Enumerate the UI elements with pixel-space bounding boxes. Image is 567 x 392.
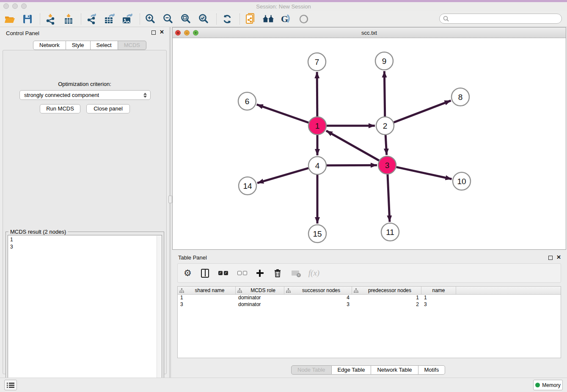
list-icon [7, 382, 14, 388]
graph-node-label: 11 [386, 228, 394, 237]
graph-edge-4-3[interactable] [327, 165, 377, 166]
column-header-label: successor nodes [292, 287, 350, 293]
graph-edge-1-6[interactable] [257, 105, 309, 123]
panel-splitter[interactable] [169, 27, 171, 378]
toolbar-separator [239, 14, 240, 25]
float-table-panel-icon[interactable] [548, 256, 553, 260]
session-title: Session: New Session [0, 3, 567, 10]
graph-edge-2-8[interactable] [394, 101, 451, 123]
network-window-titlebar[interactable]: ✕ − + scc.txt [173, 28, 566, 38]
zoom-in-icon[interactable] [144, 13, 157, 25]
graph-edge-2-3[interactable] [385, 135, 387, 155]
column-header-shared-name[interactable]: shared name [178, 287, 236, 294]
hierarchy-icon [354, 288, 358, 293]
tab-network-table[interactable]: Network Table [371, 365, 418, 375]
zoom-fit-icon[interactable] [180, 13, 193, 25]
table-row[interactable]: 3dominator323 [178, 301, 561, 308]
table-toolbar: ⚙ ✓✓ f(x) [177, 263, 561, 283]
column-header-label: shared name [186, 287, 234, 293]
g-badge-icon[interactable]: G [280, 13, 292, 25]
mcds-result-item[interactable]: 1 [10, 236, 160, 243]
column-header-predecessor-nodes[interactable]: predecessor nodes [352, 287, 421, 294]
table-body: 1dominator4113dominator323 [178, 295, 561, 308]
column-header-successor-nodes[interactable]: successor nodes [284, 287, 352, 294]
table-cell[interactable]: 1 [352, 295, 421, 301]
visibility-icon[interactable] [297, 13, 310, 25]
select-columns-icon[interactable] [201, 269, 209, 278]
node-table[interactable]: shared nameMCDS rolesuccessor nodesprede… [177, 286, 561, 358]
tab-style[interactable]: Style [66, 41, 91, 50]
column-header-label: MCDS role [244, 287, 282, 293]
tab-network[interactable]: Network [33, 41, 66, 50]
table-panel: Table Panel ✕ ⚙ ✓✓ f(x) shared nameMCDS … [172, 252, 566, 377]
graph-node-label: 6 [245, 97, 250, 106]
run-mcds-button[interactable]: Run MCDS [40, 104, 80, 113]
table-panel-title: Table Panel [178, 254, 207, 261]
graph-edge-3-1[interactable] [326, 131, 379, 160]
graph-edge-3-11[interactable] [388, 174, 390, 222]
network-graph[interactable]: 7968124314101511 [173, 38, 566, 249]
delete-column-icon[interactable] [273, 268, 282, 278]
export-image-icon[interactable] [121, 13, 134, 25]
table-cell[interactable]: dominator [236, 295, 284, 301]
tab-node-table[interactable]: Node Table [291, 365, 332, 375]
graph-edge-3-10[interactable] [396, 167, 452, 179]
table-cell[interactable]: 3 [178, 301, 236, 308]
table-row[interactable]: 1dominator411 [178, 295, 561, 301]
float-panel-icon[interactable] [151, 30, 156, 35]
tab-select[interactable]: Select [91, 41, 118, 50]
deselect-all-rows-icon[interactable] [237, 271, 247, 275]
table-cell[interactable]: 1 [178, 295, 236, 301]
select-all-rows-icon[interactable]: ✓✓ [218, 271, 228, 275]
memory-button[interactable]: Memory [533, 380, 563, 390]
open-file-icon[interactable] [3, 13, 16, 25]
search-box[interactable] [439, 14, 562, 24]
zoom-selected-icon[interactable] [198, 13, 210, 25]
export-table-icon[interactable] [103, 13, 116, 25]
export-network-icon[interactable] [85, 13, 98, 25]
control-panel-tabs: Network Style Select MCDS [33, 41, 146, 50]
close-panel-button[interactable]: Close panel [86, 104, 130, 113]
hierarchy-icon [237, 288, 242, 293]
tab-edge-table[interactable]: Edge Table [332, 365, 372, 375]
optimization-criterion-label: Optimization criterion: [3, 81, 166, 87]
table-cell[interactable]: 2 [352, 301, 421, 308]
mcds-result-item[interactable]: 3 [10, 243, 160, 251]
graph-edge-1-7[interactable] [317, 72, 317, 116]
graph-edge-2-9[interactable] [384, 71, 385, 116]
refresh-icon[interactable] [221, 13, 234, 25]
graph-node-label: 3 [385, 161, 390, 170]
network-title: scc.txt [173, 30, 566, 36]
main-toolbar: G [0, 11, 567, 27]
table-cell[interactable]: 4 [284, 295, 352, 301]
column-header-MCDS-role[interactable]: MCDS role [236, 287, 284, 294]
toolbar-separator [140, 14, 140, 25]
close-table-panel-icon[interactable]: ✕ [556, 254, 561, 260]
search-input[interactable] [451, 16, 561, 22]
table-cell[interactable]: 1 [421, 295, 456, 301]
home-icon[interactable] [262, 13, 275, 25]
clone-network-icon[interactable] [244, 13, 257, 25]
mcds-result-list[interactable]: 13 [8, 235, 162, 390]
save-icon[interactable] [21, 13, 34, 25]
table-cell[interactable]: dominator [236, 301, 284, 308]
add-column-icon[interactable] [256, 270, 264, 277]
task-history-button[interactable] [4, 380, 17, 390]
search-icon [443, 16, 449, 22]
table-settings-gear-icon[interactable]: ⚙ [184, 268, 192, 278]
graph-edge-4-14[interactable] [257, 168, 308, 183]
import-network-icon[interactable] [44, 13, 57, 25]
tab-motifs[interactable]: Motifs [418, 365, 446, 375]
tab-mcds[interactable]: MCDS [118, 41, 146, 50]
splitter-grip[interactable] [168, 196, 172, 203]
close-panel-icon[interactable]: ✕ [160, 29, 164, 35]
graph-node-label: 8 [458, 93, 463, 102]
import-table-icon[interactable] [62, 13, 75, 25]
table-cell[interactable]: 3 [284, 301, 352, 308]
criterion-dropdown[interactable]: strongly connected component [19, 90, 151, 100]
zoom-out-icon[interactable] [162, 13, 175, 25]
result-scrollbar[interactable] [157, 236, 161, 389]
graph-node-label: 7 [315, 58, 319, 66]
column-header-name[interactable]: name [421, 287, 456, 294]
table-cell[interactable]: 3 [421, 301, 456, 308]
